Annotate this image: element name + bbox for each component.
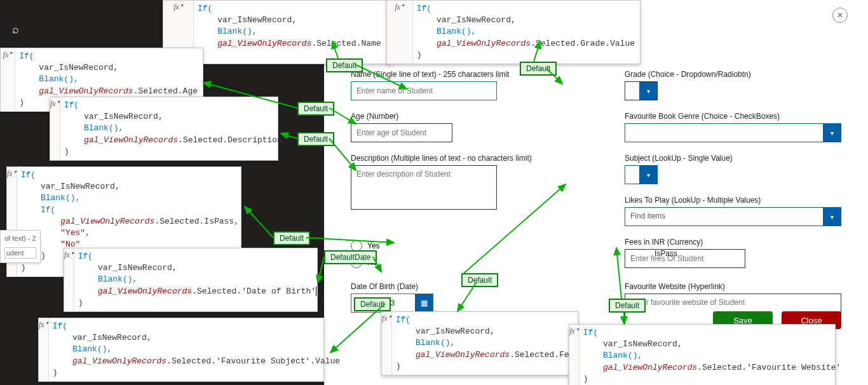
formula-dob: fx▾ If( var_IsNewRecord, Blank(), gal_Vi… <box>64 248 318 312</box>
search-icon: ⌕ <box>12 23 19 36</box>
fees-input[interactable] <box>625 249 745 268</box>
subject-label: Subject (LookUp - Single Value) <box>625 154 841 163</box>
fx-button[interactable]: fx▾ <box>569 325 580 385</box>
code-block: If( var_IsNewRecord, Blank(), gal_ViewOn… <box>49 318 346 381</box>
age-input[interactable] <box>351 123 452 142</box>
tag-default-ispass: Default <box>273 231 310 245</box>
description-input[interactable] <box>351 165 497 210</box>
likes-label: Likes To Play (LookUp - Multiple Values) <box>625 196 841 205</box>
field-grade: Grade (Choice - Dropdown/Radiobtn) ▾ <box>625 70 841 100</box>
tag-default-website: Default <box>609 299 646 313</box>
field-genre: Favourite Book Genre (Choice - CheckBoxe… <box>625 112 841 142</box>
code-block: If( var_IsNewRecord, Blank(), gal_ViewOn… <box>413 1 640 64</box>
grade-label: Grade (Choice - Dropdown/Radiobtn) <box>625 70 841 79</box>
likes-dropdown[interactable]: Find items▾ <box>625 207 841 226</box>
formula-favsubject: fx▾ If( var_IsNewRecord, Blank(), gal_Vi… <box>38 318 324 382</box>
fx-button[interactable]: fx▾ <box>50 97 60 160</box>
field-subject: Subject (LookUp - Single Value) ▾ <box>625 154 841 184</box>
code-block: If( var_IsNewRecord, Blank(), gal_ViewOn… <box>392 312 585 375</box>
fx-button[interactable]: fx▾ <box>39 318 49 381</box>
fx-button[interactable]: fx▾ <box>1 48 15 111</box>
tag-default-age: Default <box>297 102 334 116</box>
code-block: If( var_IsNewRecord, Blank(), gal_ViewOn… <box>60 97 287 160</box>
formula-grade: fx▾ If( var_IsNewRecord, Blank(), gal_Vi… <box>386 0 641 64</box>
dob-label: Date Of Birth (Date) <box>351 282 567 291</box>
name-input[interactable] <box>351 81 497 100</box>
search-button[interactable]: ⌕ <box>0 15 31 43</box>
tag-default-grade: Default <box>520 62 557 76</box>
chevron-down-icon: ▾ <box>639 82 657 100</box>
tag-default-date: DefaultDate <box>324 250 377 264</box>
field-likes: Likes To Play (LookUp - Multiple Values)… <box>625 196 841 226</box>
description-label: Description (Multiple lines of text - no… <box>351 154 567 163</box>
field-description: Description (Multiple lines of text - no… <box>351 154 567 226</box>
tag-default-fees: Default <box>461 273 498 287</box>
tag-default-name: Default <box>326 58 363 72</box>
genre-dropdown[interactable]: ▾ <box>625 123 841 142</box>
chevron-down-icon: ▾ <box>639 166 657 184</box>
crumb-fragment: of text) - 2 udent <box>0 230 41 263</box>
radio-no[interactable]: No <box>351 257 567 268</box>
fx-button[interactable]: fx▾ <box>382 312 392 375</box>
tag-default-subject: Default <box>354 297 391 311</box>
code-block: If( var_IsNewRecord, Blank(), gal_ViewOn… <box>580 325 846 385</box>
ispass-label: IsPass <box>654 249 677 258</box>
subject-dropdown[interactable]: ▾ <box>625 165 658 184</box>
fx-button[interactable]: fx▾ <box>64 248 74 311</box>
fees-label: Fees in INR (Currency) <box>625 238 841 247</box>
fx-button[interactable]: fx▾ <box>387 1 413 64</box>
yes-label: Yes <box>367 241 380 250</box>
radio-yes[interactable]: Yes <box>351 240 567 252</box>
tag-default-desc: Default <box>297 132 334 146</box>
formula-website: fx▾ If( var_IsNewRecord, Blank(), gal_Vi… <box>569 324 836 385</box>
code-block: If( var_IsNewRecord, Blank(), gal_ViewOn… <box>194 1 391 64</box>
grade-dropdown[interactable]: ▾ <box>625 81 658 100</box>
code-block: If( var_IsNewRecord, Blank(), gal_ViewOn… <box>74 248 327 311</box>
genre-label: Favourite Book Genre (Choice - CheckBoxe… <box>625 112 841 121</box>
calendar-icon: ▦ <box>415 294 433 312</box>
field-age: Age (Number) <box>351 112 567 142</box>
field-ispass: Yes No <box>351 238 567 271</box>
website-label: Favourite Website (Hyperlink) <box>625 282 841 291</box>
chevron-down-icon: ▾ <box>823 208 841 226</box>
close-icon[interactable]: ✕ <box>832 8 848 23</box>
age-label: Age (Number) <box>351 112 567 121</box>
chevron-down-icon: ▾ <box>823 124 841 142</box>
formula-fees: fx▾ If( var_IsNewRecord, Blank(), gal_Vi… <box>381 311 578 375</box>
formula-description: fx▾ If( var_IsNewRecord, Blank(), gal_Vi… <box>50 97 278 161</box>
